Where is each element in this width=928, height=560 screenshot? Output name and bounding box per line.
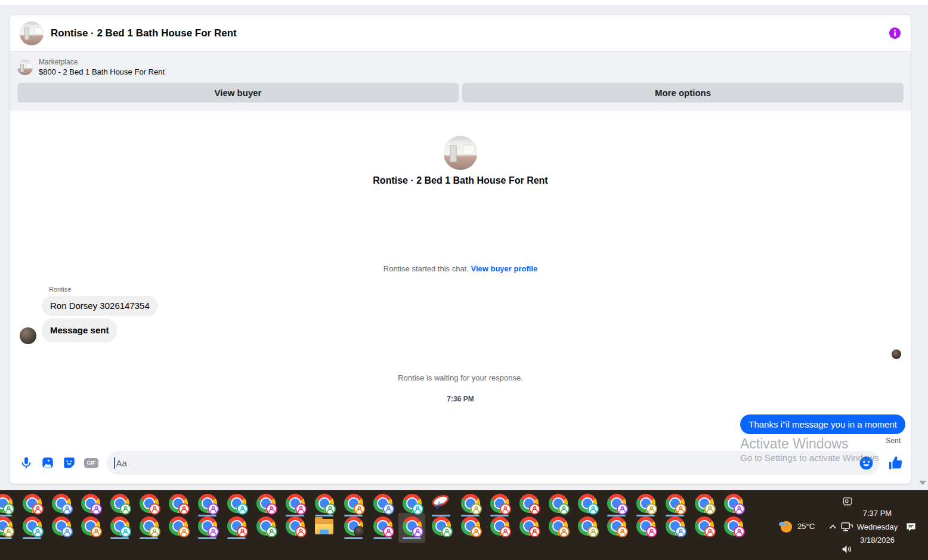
- taskbar-chrome-icon[interactable]: [723, 494, 743, 516]
- microphone-icon[interactable]: [20, 456, 33, 469]
- taskbar-chrome-icon[interactable]: [607, 516, 626, 539]
- taskbar-chrome-icon[interactable]: [197, 516, 217, 539]
- taskbar-chrome-icon[interactable]: [285, 494, 305, 516]
- taskbar-chrome-icon[interactable]: [22, 494, 42, 516]
- system-tray: 7:37 PM 25°C Wednesday 3/18/2026: [769, 490, 928, 560]
- taskbar-chrome-icon[interactable]: [139, 494, 159, 516]
- sender-name-label: Rontise: [49, 286, 71, 293]
- taskbar-chrome-icon[interactable]: [723, 516, 743, 539]
- taskbar-chrome-icon[interactable]: [51, 516, 71, 539]
- taskbar-chrome-icon[interactable]: [460, 516, 480, 539]
- taskbar-chrome-icon[interactable]: [402, 494, 422, 516]
- taskbar-chrome-icon[interactable]: [548, 494, 568, 516]
- taskbar-chrome-icon[interactable]: [373, 494, 392, 516]
- taskbar-chrome-icon[interactable]: [197, 494, 217, 516]
- tray-clock-time[interactable]: 7:37 PM: [856, 509, 898, 518]
- taskbar-chrome-icon[interactable]: [344, 516, 363, 539]
- weather-icon[interactable]: [777, 518, 793, 534]
- taskbar-chrome-icon[interactable]: [168, 516, 188, 539]
- profile-badge: [61, 526, 73, 537]
- marketplace-listing-thumbnail[interactable]: [17, 60, 33, 75]
- outgoing-message-bubble[interactable]: Thanks i"il message you in a moment: [740, 414, 905, 434]
- profile-badge: [471, 526, 482, 537]
- taskbar-chrome-icon[interactable]: [22, 516, 42, 539]
- marketplace-label: Marketplace: [39, 57, 165, 67]
- listing-avatar[interactable]: [20, 21, 44, 45]
- info-icon[interactable]: [889, 27, 901, 39]
- tray-clock-date[interactable]: 3/18/2026: [856, 536, 898, 544]
- tray-temperature[interactable]: 25°C: [797, 522, 815, 531]
- taskbar-chrome-icon[interactable]: [636, 516, 655, 539]
- taskbar-chrome-icon[interactable]: [519, 494, 539, 516]
- profile-badge: [617, 526, 628, 537]
- taskbar-chrome-icon[interactable]: [0, 516, 13, 539]
- incoming-message-bubble[interactable]: Message sent: [42, 318, 117, 342]
- taskbar-chrome-icon[interactable]: [577, 494, 597, 516]
- profile-badge: [412, 503, 423, 515]
- taskbar-chrome-icon[interactable]: [0, 494, 13, 516]
- profile-badge: [237, 503, 248, 515]
- message-input[interactable]: Aa: [107, 451, 880, 475]
- marketplace-banner: Marketplace $800 - 2 Bed 1 Bath House Fo…: [10, 52, 911, 110]
- taskbar-chrome-icon[interactable]: [665, 494, 685, 516]
- taskbar-chrome-icon[interactable]: [344, 494, 363, 516]
- page-top-strip: [0, 0, 928, 5]
- taskbar-file-explorer-icon[interactable]: [314, 516, 334, 539]
- attach-image-icon[interactable]: [41, 456, 54, 469]
- taskbar-chrome-icon[interactable]: [607, 494, 626, 516]
- taskbar-row-1: ✂: [0, 494, 743, 516]
- sticker-icon[interactable]: [63, 456, 76, 469]
- conversation-avatar[interactable]: [444, 136, 478, 170]
- chat-body: Rontise · 2 Bed 1 Bath House For Rent Ro…: [10, 110, 911, 484]
- taskbar-chrome-icon[interactable]: [665, 516, 685, 539]
- taskbar-chrome-icon[interactable]: [548, 516, 568, 539]
- taskbar-chrome-icon[interactable]: [431, 516, 451, 539]
- taskbar-chrome-icon[interactable]: [227, 494, 246, 516]
- taskbar-chrome-icon[interactable]: [519, 516, 539, 539]
- view-buyer-profile-link[interactable]: View buyer profile: [471, 264, 537, 273]
- taskbar-chrome-icon[interactable]: [110, 494, 129, 516]
- taskbar-chrome-icon[interactable]: [139, 516, 159, 539]
- taskbar-chrome-icon[interactable]: [110, 516, 129, 539]
- taskbar-chrome-icon[interactable]: [285, 516, 305, 539]
- running-app-underline: [198, 537, 216, 539]
- scrollbar-down-arrow[interactable]: [919, 481, 926, 485]
- profile-badge: [266, 526, 277, 537]
- tray-network-icon[interactable]: [840, 520, 854, 534]
- taskbar-chrome-icon[interactable]: [256, 516, 276, 539]
- gif-icon[interactable]: GIF: [84, 458, 98, 468]
- taskbar-chrome-icon[interactable]: [314, 494, 334, 516]
- taskbar-snipping-tool-icon[interactable]: ✂: [431, 494, 451, 516]
- taskbar-chrome-icon[interactable]: [636, 494, 655, 516]
- tray-cast-icon[interactable]: [842, 496, 853, 508]
- tray-volume-icon[interactable]: [840, 543, 853, 556]
- taskbar-chrome-icon[interactable]: [51, 494, 71, 516]
- tray-action-center-icon[interactable]: [905, 521, 917, 533]
- sender-avatar[interactable]: [20, 327, 36, 344]
- taskbar-chrome-icon[interactable]: [256, 494, 276, 516]
- taskbar-chrome-icon[interactable]: [577, 516, 597, 539]
- taskbar-chrome-icon[interactable]: [490, 494, 509, 516]
- tray-chevron-up-icon[interactable]: [828, 522, 837, 531]
- taskbar-chrome-icon[interactable]: [402, 516, 422, 539]
- incoming-message-bubble[interactable]: Ron Dorsey 3026147354: [42, 296, 158, 316]
- more-options-button[interactable]: More options: [462, 83, 904, 103]
- taskbar-chrome-icon[interactable]: [373, 516, 392, 539]
- emoji-icon[interactable]: [859, 456, 874, 471]
- read-receipt-avatar: [892, 349, 901, 359]
- profile-badge: [266, 503, 277, 515]
- taskbar-chrome-icon[interactable]: [227, 516, 246, 539]
- view-buyer-button[interactable]: View buyer: [17, 83, 459, 103]
- profile-badge: [734, 503, 745, 515]
- profile-badge: [91, 503, 102, 515]
- taskbar-chrome-icon[interactable]: [694, 516, 714, 539]
- taskbar-chrome-icon[interactable]: [81, 494, 100, 516]
- taskbar-chrome-icon[interactable]: [694, 494, 714, 516]
- thumbs-up-icon[interactable]: [887, 455, 904, 471]
- taskbar-chrome-icon[interactable]: [168, 494, 188, 516]
- tray-clock-day[interactable]: Wednesday: [854, 522, 901, 531]
- taskbar-chrome-icon[interactable]: [460, 494, 480, 516]
- taskbar-chrome-icon[interactable]: [81, 516, 100, 539]
- taskbar-chrome-icon[interactable]: [490, 516, 509, 539]
- profile-badge: [3, 503, 14, 515]
